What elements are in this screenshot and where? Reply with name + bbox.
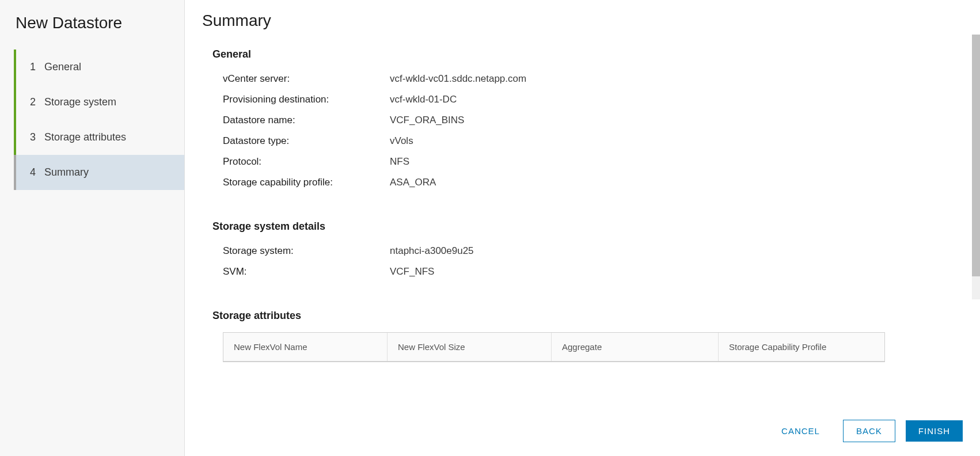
- section-storage-attributes-title: Storage attributes: [212, 310, 963, 322]
- label-vcenter: vCenter server:: [223, 73, 390, 85]
- column-aggregate: Aggregate: [552, 333, 719, 361]
- step-number: 4: [30, 166, 36, 178]
- wizard-steps-list: 1 General 2 Storage system 3 Storage att…: [0, 50, 184, 190]
- value-provdest: vcf-wkld-01-DC: [390, 94, 457, 105]
- scrollbar-thumb[interactable]: [972, 35, 980, 276]
- value-svm: VCF_NFS: [390, 266, 434, 278]
- value-storage-system: ntaphci-a300e9u25: [390, 245, 474, 257]
- scrollbar-track[interactable]: [972, 35, 980, 299]
- label-protocol: Protocol:: [223, 156, 390, 168]
- finish-button[interactable]: FINISH: [906, 420, 963, 442]
- field-dstype: Datastore type: vVols: [212, 131, 963, 151]
- column-scp: Storage Capability Profile: [719, 333, 884, 361]
- label-svm: SVM:: [223, 266, 390, 278]
- step-label: Storage system: [44, 96, 116, 108]
- field-provdest: Provisioning destination: vcf-wkld-01-DC: [212, 89, 963, 110]
- table-header-row: New FlexVol Name New FlexVol Size Aggreg…: [223, 333, 884, 362]
- field-dsname: Datastore name: VCF_ORA_BINS: [212, 110, 963, 131]
- wizard-footer: CANCEL BACK FINISH: [769, 420, 963, 442]
- step-number: 3: [30, 131, 36, 143]
- wizard-step-storage-system[interactable]: 2 Storage system: [14, 85, 184, 120]
- step-label: Summary: [44, 166, 89, 178]
- storage-attributes-table: New FlexVol Name New FlexVol Size Aggreg…: [223, 332, 885, 362]
- section-general-title: General: [212, 48, 963, 60]
- section-storage-system-title: Storage system details: [212, 221, 963, 233]
- wizard-step-storage-attributes[interactable]: 3 Storage attributes: [14, 120, 184, 155]
- label-dstype: Datastore type:: [223, 135, 390, 147]
- value-scp: ASA_ORA: [390, 177, 436, 188]
- column-flexvol-name: New FlexVol Name: [223, 333, 388, 361]
- step-label: Storage attributes: [44, 131, 126, 143]
- field-storage-system: Storage system: ntaphci-a300e9u25: [212, 241, 963, 261]
- section-general: General vCenter server: vcf-wkld-vc01.sd…: [202, 48, 963, 193]
- value-protocol: NFS: [390, 156, 409, 168]
- main-content: Summary General vCenter server: vcf-wkld…: [185, 0, 980, 456]
- field-vcenter: vCenter server: vcf-wkld-vc01.sddc.netap…: [212, 69, 963, 89]
- step-number: 2: [30, 96, 36, 108]
- value-vcenter: vcf-wkld-vc01.sddc.netapp.com: [390, 73, 526, 85]
- field-protocol: Protocol: NFS: [212, 151, 963, 172]
- wizard-title: New Datastore: [0, 14, 184, 50]
- label-storage-system: Storage system:: [223, 245, 390, 257]
- section-storage-system: Storage system details Storage system: n…: [202, 221, 963, 282]
- column-flexvol-size: New FlexVol Size: [388, 333, 552, 361]
- label-scp: Storage capability profile:: [223, 177, 390, 188]
- wizard-sidebar: New Datastore 1 General 2 Storage system…: [0, 0, 185, 456]
- back-button[interactable]: BACK: [843, 420, 895, 442]
- wizard-step-summary[interactable]: 4 Summary: [14, 155, 184, 190]
- page-title: Summary: [202, 12, 963, 30]
- wizard-step-general[interactable]: 1 General: [14, 50, 184, 85]
- step-number: 1: [30, 61, 36, 73]
- field-svm: SVM: VCF_NFS: [212, 261, 963, 282]
- label-dsname: Datastore name:: [223, 115, 390, 126]
- field-scp: Storage capability profile: ASA_ORA: [212, 172, 963, 193]
- label-provdest: Provisioning destination:: [223, 94, 390, 105]
- section-storage-attributes: Storage attributes New FlexVol Name New …: [202, 310, 963, 362]
- cancel-button[interactable]: CANCEL: [769, 420, 833, 442]
- value-dsname: VCF_ORA_BINS: [390, 115, 464, 126]
- step-label: General: [44, 61, 81, 73]
- value-dstype: vVols: [390, 135, 413, 147]
